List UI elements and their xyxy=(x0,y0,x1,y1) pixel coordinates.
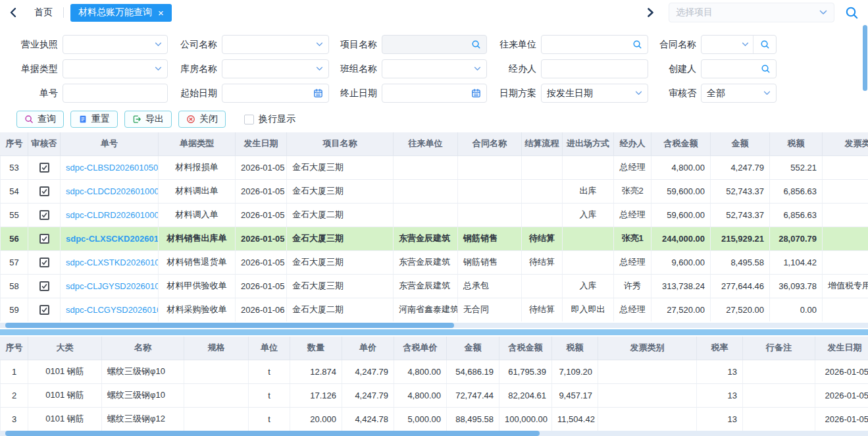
export-button[interactable]: 导出 xyxy=(124,111,172,128)
project-name-input[interactable] xyxy=(382,35,487,54)
column-header[interactable]: 金额 xyxy=(711,132,770,155)
column-header[interactable]: 税率 xyxy=(697,337,743,360)
column-header[interactable]: 发生日期 xyxy=(236,132,287,155)
column-header[interactable]: 单价 xyxy=(342,337,394,360)
contract-name-select[interactable] xyxy=(701,35,777,54)
table-row[interactable]: 10101 钢筋螺纹三级钢φ10t12.8744,247.794,800.005… xyxy=(1,360,868,383)
search-icon[interactable] xyxy=(471,40,481,49)
table-splitter[interactable] xyxy=(0,329,868,335)
calendar-icon[interactable] xyxy=(313,88,323,98)
handler-input[interactable] xyxy=(541,59,648,78)
column-header[interactable]: 数量 xyxy=(290,337,342,360)
column-header[interactable]: 单位 xyxy=(249,337,290,360)
column-header[interactable]: 含税金额 xyxy=(651,132,711,155)
search-icon[interactable] xyxy=(753,36,776,53)
table-row[interactable]: 54sdpc-CLDCD2026010000材料调出单2026-01-05金石大… xyxy=(1,179,868,203)
column-header[interactable]: 合同名称 xyxy=(458,132,522,155)
row-checkbox[interactable] xyxy=(28,179,61,203)
column-header[interactable]: 发票类别 xyxy=(598,337,697,360)
doc-no-cell[interactable]: sdpc-CLXSTKD20260105 xyxy=(61,250,159,274)
warehouse-name-select[interactable] xyxy=(222,59,329,78)
table-row[interactable]: 30101 钢筋螺纹三级钢φ12t20.0004,424.785,000.008… xyxy=(1,407,868,431)
row-checkbox[interactable] xyxy=(28,155,61,179)
counterparty-label: 往来单位 xyxy=(490,39,536,51)
column-header[interactable]: 进出场方式 xyxy=(563,132,614,155)
checkbox-box[interactable] xyxy=(244,115,254,124)
date-scheme-select[interactable]: 按发生日期 xyxy=(541,84,648,103)
horizontal-scrollbar[interactable] xyxy=(0,431,868,436)
horizontal-scrollbar[interactable] xyxy=(0,323,868,328)
column-header[interactable]: 序号 xyxy=(1,337,28,360)
wrap-display-checkbox[interactable]: 换行显示 xyxy=(244,113,295,125)
column-header[interactable]: 单据类型 xyxy=(159,132,236,155)
column-header[interactable]: 往来单位 xyxy=(394,132,458,155)
company-name-select[interactable] xyxy=(222,35,329,54)
creator-input[interactable] xyxy=(701,59,777,78)
table-row[interactable]: 56sdpc-CLXSCKD20260105材料销售出库单2026-01-05金… xyxy=(1,227,868,250)
tab-home[interactable]: 首页 xyxy=(34,7,53,18)
column-header[interactable]: 审核否 xyxy=(28,132,61,155)
table-row[interactable]: 58sdpc-CLJGYSD20260105材料甲供验收单2026-01-05金… xyxy=(1,274,868,298)
doc-type-select[interactable] xyxy=(63,59,168,78)
back-chevron-icon[interactable] xyxy=(9,7,17,18)
column-header[interactable]: 含税金额 xyxy=(499,337,552,360)
table-row[interactable]: 55sdpc-CLDRD2026010000材料调入单2026-01-05金石大… xyxy=(1,203,868,227)
column-header[interactable]: 发生日期 xyxy=(815,337,868,360)
start-date-input[interactable] xyxy=(222,84,329,103)
table-row[interactable]: 59sdpc-CLCGYSD20260106材料采购验收单2026-01-06金… xyxy=(1,298,868,321)
search-icon[interactable] xyxy=(845,6,859,20)
table-cell xyxy=(743,407,815,431)
table-row[interactable]: 20101 钢筋螺纹三级钢φ10t17.1264,247.794,800.007… xyxy=(1,383,868,407)
search-icon[interactable] xyxy=(632,40,642,49)
end-date-input[interactable] xyxy=(382,84,487,103)
table-row[interactable]: 53sdpc-CLBSD2026010500材料报损单2026-01-05金石大… xyxy=(1,155,868,179)
column-header[interactable]: 行备注 xyxy=(743,337,815,360)
doc-no-link: sdpc-CLJGYSD20260105 xyxy=(66,281,159,291)
calendar-icon[interactable] xyxy=(471,88,481,98)
table-row[interactable]: 57sdpc-CLXSTKD20260105材料销售退货单2026-01-05金… xyxy=(1,250,868,274)
column-header[interactable]: 发票类别 xyxy=(823,132,868,155)
doc-no-cell[interactable]: sdpc-CLDRD2026010000 xyxy=(61,203,159,227)
counterparty-input[interactable] xyxy=(541,35,648,54)
column-header[interactable]: 含税单价 xyxy=(394,337,447,360)
row-checkbox[interactable] xyxy=(28,298,61,321)
row-checkbox[interactable] xyxy=(28,250,61,274)
column-header[interactable]: 名称 xyxy=(102,337,184,360)
column-header[interactable]: 项目名称 xyxy=(287,132,394,155)
column-header[interactable]: 规格 xyxy=(184,337,249,360)
column-header[interactable]: 单号 xyxy=(61,132,159,155)
vertical-scrollbar-thumb[interactable] xyxy=(863,25,867,91)
doc-no-cell[interactable]: sdpc-CLXSCKD20260105 xyxy=(61,227,159,250)
column-header[interactable]: 结算流程 xyxy=(522,132,563,155)
row-checkbox[interactable] xyxy=(28,203,61,227)
query-button[interactable]: 查询 xyxy=(16,111,64,128)
tab-material-ledger-query[interactable]: 材料总账万能查询 × xyxy=(70,4,172,22)
close-button[interactable]: 关闭 xyxy=(178,111,226,128)
column-header[interactable]: 序号 xyxy=(1,132,28,155)
forward-chevron-icon[interactable] xyxy=(647,8,654,17)
row-checkbox[interactable] xyxy=(28,274,61,298)
reset-button[interactable]: 重置 xyxy=(70,111,118,128)
doc-no-cell[interactable]: sdpc-CLBSD2026010500 xyxy=(61,155,159,179)
column-header[interactable]: 金额 xyxy=(447,337,499,360)
column-header[interactable]: 经办人 xyxy=(614,132,651,155)
audited-select[interactable]: 全部 xyxy=(701,84,777,103)
project-select[interactable]: 选择项目 xyxy=(669,3,834,22)
scrollbar-thumb[interactable] xyxy=(5,431,540,436)
scrollbar-thumb[interactable] xyxy=(5,323,454,328)
column-header[interactable]: 税额 xyxy=(552,337,598,360)
doc-no-cell[interactable]: sdpc-CLJGYSD20260105 xyxy=(61,274,159,298)
business-license-select[interactable] xyxy=(63,35,168,54)
column-header[interactable]: 税额 xyxy=(770,132,823,155)
column-header[interactable]: 大类 xyxy=(28,337,102,360)
table-cell: 13 xyxy=(697,407,743,431)
doc-no-cell[interactable]: sdpc-CLDCD2026010000 xyxy=(61,179,159,203)
search-icon[interactable] xyxy=(761,64,771,74)
table-cell: 27,520.00 xyxy=(711,298,770,321)
team-name-select[interactable] xyxy=(382,59,487,78)
row-checkbox[interactable] xyxy=(28,227,61,250)
doc-no-cell[interactable]: sdpc-CLCGYSD20260106 xyxy=(61,298,159,321)
table-cell: 河南省鑫泰建筑 xyxy=(394,298,458,321)
doc-no-input[interactable] xyxy=(63,84,168,103)
tab-close-icon[interactable]: × xyxy=(158,8,164,18)
